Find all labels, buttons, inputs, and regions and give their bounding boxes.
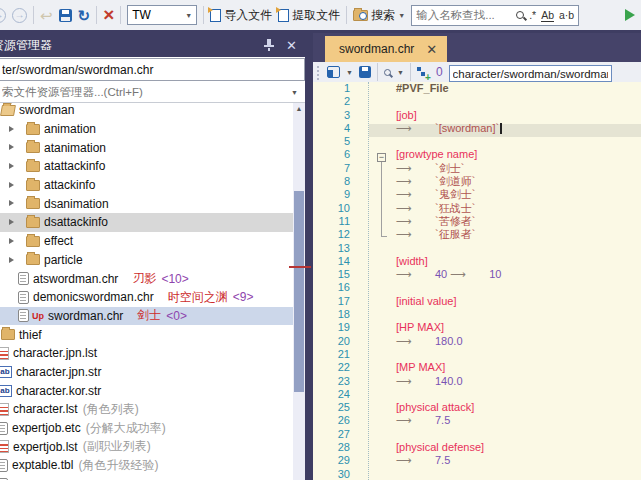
run-icon[interactable]	[625, 9, 635, 21]
expand-triangle-icon[interactable]	[9, 257, 14, 263]
expand-triangle-icon[interactable]	[9, 219, 14, 225]
tree-item-dsattackinfo[interactable]: dsattackinfo	[0, 213, 293, 232]
code-line-content[interactable]: #PVF_File	[350, 82, 449, 95]
code-line-content[interactable]	[350, 308, 396, 321]
chevron-down-icon[interactable]: ▼	[346, 69, 353, 76]
import-file-button[interactable]: 导入文件	[210, 7, 272, 24]
code-line: 20⟶180.0	[313, 335, 641, 348]
chevron-down-icon[interactable]: ▼	[291, 89, 298, 96]
nav-forward-icon[interactable]: →	[12, 8, 27, 23]
name-search-input[interactable]	[416, 9, 511, 21]
code-line-content[interactable]: ⟶140.0	[350, 375, 463, 388]
panel-splitter[interactable]	[305, 33, 313, 480]
code-line-content[interactable]: [HP MAX]	[350, 321, 444, 334]
tree-item-atattackinfo[interactable]: atattackinfo	[0, 157, 293, 176]
code-line-content[interactable]	[350, 242, 396, 255]
regex-toggle[interactable]: .*	[529, 9, 536, 21]
code-line-content[interactable]	[350, 95, 396, 108]
code-line-content[interactable]: ⟶7.5	[350, 414, 450, 427]
tree-item-animation[interactable]: animation	[0, 120, 293, 139]
tree-item-exptable.tbl[interactable]: exptable.tbl(角色升级经验)	[0, 456, 293, 475]
expand-triangle-icon[interactable]	[9, 238, 14, 244]
editor-toolbar: ▼ ▼ 0	[313, 62, 641, 82]
tree-item-character.kor.str[interactable]: character.kor.str	[0, 381, 293, 400]
code-line-content[interactable]	[350, 135, 396, 148]
address-input[interactable]	[449, 65, 612, 82]
tab-close-icon[interactable]: ✕	[426, 42, 437, 57]
expand-triangle-icon[interactable]	[9, 144, 14, 150]
code-line-content[interactable]: [MP MAX]	[350, 361, 445, 374]
tree-item-swordman.chr[interactable]: Upswordman.chr剑士<0>	[0, 307, 293, 326]
close-file-icon[interactable]: ×	[103, 6, 114, 24]
undo-icon[interactable]: ↩	[40, 8, 53, 23]
tree-item-thief[interactable]: thief	[0, 325, 293, 344]
edit-marker	[289, 266, 311, 268]
code-line: 16	[313, 281, 641, 294]
tree-item-swordman[interactable]: swordman	[0, 103, 293, 120]
search-icon[interactable]	[516, 11, 524, 19]
path-input[interactable]	[0, 58, 305, 81]
name-search-box: .* Ab a·b	[411, 5, 579, 26]
close-panel-icon[interactable]: ✕	[286, 38, 297, 53]
expand-triangle-icon[interactable]	[9, 163, 14, 169]
nav-back-icon[interactable]: →	[0, 8, 6, 23]
code-line-content[interactable]: [initial value]	[350, 295, 457, 308]
code-line-content[interactable]	[350, 428, 396, 441]
fold-collapse-icon[interactable]: −	[377, 153, 386, 162]
tree-item-dsanimation[interactable]: dsanimation	[0, 194, 293, 213]
code-editor[interactable]: −1#PVF_File23[job]4⟶`[swordman]`56[growt…	[313, 82, 641, 480]
tree-item-character.jpn.str[interactable]: character.jpn.str	[0, 363, 293, 382]
save-icon[interactable]	[59, 9, 72, 22]
extract-file-button[interactable]: 提取文件	[278, 7, 340, 24]
tree-item-note: (分解大成功率)	[86, 420, 166, 437]
filter-input[interactable]	[0, 86, 291, 98]
code-line-content[interactable]: ⟶7.5	[350, 454, 450, 467]
expand-triangle-icon[interactable]	[9, 182, 14, 188]
inspect-menu-icon[interactable]	[384, 69, 391, 76]
code-line-content[interactable]	[350, 281, 396, 294]
language-select[interactable]: TW ▼	[127, 5, 197, 25]
tree-item-attackinfo[interactable]: attackinfo	[0, 176, 293, 195]
code-line-content[interactable]: [job]	[350, 109, 417, 122]
tree-item-expertjob.etc[interactable]: expertjob.etc(分解大成功率)	[0, 419, 293, 438]
expand-triangle-icon[interactable]	[9, 126, 14, 132]
tree-item-character.jpn.lst[interactable]: character.jpn.lst	[0, 344, 293, 363]
expand-triangle-icon[interactable]	[9, 200, 14, 206]
token-pvf: #PVF_File	[396, 82, 449, 94]
path-row	[0, 58, 305, 81]
wholeword-toggle[interactable]: Ab	[541, 9, 554, 22]
tab-swordman-chr[interactable]: swordman.chr ✕	[325, 36, 447, 62]
code-line-content[interactable]: [width]	[350, 255, 428, 268]
code-line-content[interactable]	[350, 468, 396, 480]
tree-item-atanimation[interactable]: atanimation	[0, 138, 293, 157]
refresh-icon[interactable]: ↻	[78, 8, 91, 23]
save-node-icon[interactable]	[359, 66, 371, 78]
extract-file-icon	[278, 9, 289, 22]
add-node-icon[interactable]	[417, 66, 430, 79]
tree-item-particle[interactable]: particle	[0, 251, 293, 270]
search-menu-button[interactable]: 搜索 ▼	[353, 7, 405, 24]
view-menu-icon[interactable]	[327, 66, 340, 78]
tree-item-atswordman.chr[interactable]: atswordman.chr刃影<10>	[0, 269, 293, 288]
code-line: 1#PVF_File	[313, 82, 641, 95]
code-line-content[interactable]: ⟶`[swordman]`	[350, 122, 502, 135]
tree-item-expertjob.lst[interactable]: expertjob.lst(副职业列表)	[0, 437, 293, 456]
code-line: 7⟶`剑士`	[313, 162, 641, 175]
tree-item-effect[interactable]: effect	[0, 232, 293, 251]
code-line-content[interactable]: ⟶40⟶10	[350, 268, 502, 281]
pin-icon[interactable]	[264, 39, 274, 51]
tree-item[interactable]	[0, 475, 293, 480]
code-line-content[interactable]: [growtype name]	[350, 148, 477, 161]
code-line-content[interactable]: [physical defense]	[350, 441, 484, 454]
chevron-down-icon[interactable]: ▼	[397, 69, 404, 76]
code-line-content[interactable]: ⟶180.0	[350, 335, 463, 348]
scrollbar-thumb[interactable]	[294, 191, 304, 392]
code-line-content[interactable]	[350, 388, 396, 401]
tree-scrollbar[interactable]: ▲	[293, 103, 305, 480]
tree-item-demonicswordman.chr[interactable]: demonicswordman.chr时空间之渊<9>	[0, 288, 293, 307]
scroll-up-icon[interactable]: ▲	[293, 105, 305, 112]
tree-item-character.lst[interactable]: character.lst(角色列表)	[0, 400, 293, 419]
matchcase-toggle[interactable]: a·b	[559, 9, 574, 21]
code-line-content[interactable]	[350, 348, 396, 361]
drag-grip-icon[interactable]	[316, 65, 321, 80]
